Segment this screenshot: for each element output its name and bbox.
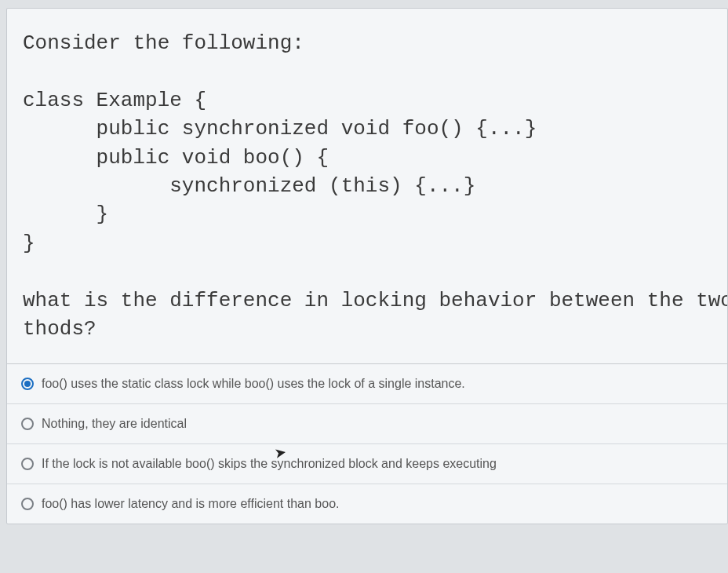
- code-sample: class Example { public synchronized void…: [23, 89, 537, 255]
- radio-icon: [21, 378, 34, 390]
- option-c[interactable]: If the lock is not available boo() skips…: [7, 443, 727, 484]
- radio-icon: [21, 458, 34, 470]
- option-label: Nothing, they are identical: [42, 417, 713, 431]
- question-text-block: Consider the following: class Example { …: [7, 9, 727, 364]
- question-intro: Consider the following:: [23, 31, 304, 55]
- question-card: Consider the following: class Example { …: [6, 8, 728, 524]
- option-d[interactable]: foo() has lower latency and is more effi…: [7, 484, 727, 524]
- answer-options: foo() uses the static class lock while b…: [7, 364, 727, 524]
- question-prompt-line2: thods?: [23, 317, 96, 341]
- question-prompt-line1: what is the difference in locking behavi…: [23, 289, 727, 312]
- radio-icon: [21, 498, 34, 510]
- option-label: foo() has lower latency and is more effi…: [42, 497, 713, 511]
- option-label: foo() uses the static class lock while b…: [42, 377, 713, 391]
- option-b[interactable]: Nothing, they are identical: [7, 403, 727, 443]
- option-a[interactable]: foo() uses the static class lock while b…: [7, 364, 727, 403]
- radio-icon: [21, 418, 34, 430]
- option-label: If the lock is not available boo() skips…: [42, 457, 713, 471]
